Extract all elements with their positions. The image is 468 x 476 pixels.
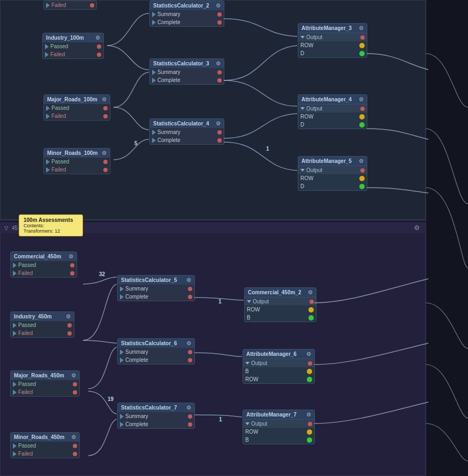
tooltip-contents: Contents: Transformers: 12 <box>24 223 78 234</box>
sc7-complete: Complete <box>125 421 148 427</box>
tooltip-line1: Contents: <box>24 223 44 228</box>
major-roads-passed: Passed <box>51 105 69 111</box>
attr-7-row-port <box>307 429 312 435</box>
industry-450m-label: Industry_450m <box>14 314 52 319</box>
attr-mgr-3-output: Output <box>306 34 322 40</box>
attr-3-expand <box>300 36 305 39</box>
failed-label-top: Failed <box>51 2 66 8</box>
major-roads-450m-gear[interactable]: ⚙ <box>71 373 76 378</box>
commercial-2-row-row: ROW <box>245 306 316 314</box>
commercial-2-b-port <box>308 315 314 321</box>
sc6-complete: Complete <box>125 357 148 363</box>
major-roads-450m-failed-row: Failed <box>11 388 79 396</box>
minor-roads-450m-failed-row: Failed <box>11 450 79 458</box>
minor-roads-450m-gear[interactable]: ⚙ <box>71 434 76 440</box>
sc5-complete-port <box>120 294 124 300</box>
sc3-summary-port <box>152 70 156 75</box>
major-roads-failed-port <box>46 114 50 119</box>
minor-roads-100m-node[interactable]: Minor_Roads_100m ⚙ Passed Failed <box>43 148 110 174</box>
industry-100m-gear[interactable]: ⚙ <box>95 35 100 41</box>
industry-450m-gear[interactable]: ⚙ <box>66 314 71 319</box>
attr-mgr-6-gear[interactable]: ⚙ <box>306 351 311 357</box>
attr-mgr-6-output-header: Output <box>243 359 314 367</box>
commercial-450m-label: Commercial_450m <box>14 254 61 259</box>
attr-mgr-5-d: D <box>300 183 304 189</box>
industry-passed: Passed <box>50 43 68 49</box>
attr-mgr-7-gear[interactable]: ⚙ <box>306 412 311 418</box>
edge-label-1-mid: 1 <box>217 298 223 305</box>
industry-100m-node[interactable]: Industry_100m ⚙ Passed Failed <box>42 33 104 59</box>
attr-mgr-6-node[interactable]: AttributeManager_6 ⚙ Output B ROW <box>243 349 315 384</box>
commercial-450m-gear[interactable]: ⚙ <box>69 254 73 259</box>
attr-3-row-port <box>359 43 365 48</box>
attr-mgr-4-gear[interactable]: ⚙ <box>359 96 364 102</box>
attr-mgr-4-d-row: D <box>298 121 367 129</box>
attr-mgr-4-node[interactable]: AttributeManager_4 ⚙ Output ROW D <box>298 94 367 129</box>
commercial-passed-row: Passed <box>11 261 77 269</box>
right-panel <box>426 0 468 476</box>
attr-mgr-3-gear[interactable]: ⚙ <box>359 25 364 31</box>
minor-roads-450m-passed: Passed <box>18 443 36 449</box>
commercial-450m-2-label: Commercial_450m_2 <box>248 289 301 295</box>
minor-roads-failed: Failed <box>51 167 66 173</box>
bottom-panel-settings-icon[interactable]: ⚙ <box>412 223 421 233</box>
stats-calc-2-header: StatisticsCalculator_2 ⚙ <box>150 1 224 10</box>
major-roads-100m-node[interactable]: Major_Roads_100m ⚙ Passed Failed <box>43 94 110 121</box>
edge-label-1-top: 1 <box>265 145 270 152</box>
stats-calc-3-node[interactable]: StatisticsCalculator_3 ⚙ Summary Complet… <box>149 58 224 85</box>
industry-450m-node[interactable]: Industry_450m ⚙ Passed Failed <box>10 311 74 338</box>
stats-calc-2-label: StatisticsCalculator_2 <box>153 3 209 9</box>
attr-mgr-3-output-header: Output <box>298 33 367 41</box>
attr-4-expand <box>300 107 305 110</box>
minor-roads-450m-node[interactable]: Minor_Roads_450m ⚙ Passed Failed <box>10 432 80 458</box>
attr-mgr-7-node[interactable]: AttributeManager_7 ⚙ Output ROW B <box>243 410 315 444</box>
stats-calc-5-complete-row: Complete <box>118 293 194 301</box>
major-roads-450m-failed: Failed <box>18 389 33 395</box>
sc3-summary: Summary <box>157 69 180 75</box>
attr-mgr-4-output-header: Output <box>298 105 367 113</box>
stats-calc-6-header: StatisticsCalculator_6 ⚙ <box>118 339 194 348</box>
attr-mgr-5-row-row: ROW <box>298 174 367 182</box>
sc6-summary-port <box>120 349 124 355</box>
stats-calc-6-gear[interactable]: ⚙ <box>186 340 191 346</box>
minor-roads-failed-port <box>46 167 50 173</box>
minor-roads-450m-label: Minor_Roads_450m <box>14 434 64 440</box>
summary-port <box>152 12 156 17</box>
stats-calc-4-header: StatisticsCalculator_4 ⚙ <box>150 119 224 128</box>
bottom-panel-collapse[interactable]: ▽ <box>4 225 9 231</box>
commercial-2-row-port <box>308 307 314 313</box>
workspace: Failed StatisticsCalculator_2 ⚙ Summary … <box>0 0 468 476</box>
commercial-450m-node[interactable]: Commercial_450m ⚙ Passed Failed <box>10 251 77 278</box>
commercial-2-b: B <box>247 315 251 321</box>
attr-mgr-5-gear[interactable]: ⚙ <box>359 158 364 164</box>
stats-calc-4-gear[interactable]: ⚙ <box>216 121 221 127</box>
minor-roads-100m-gear[interactable]: ⚙ <box>102 150 107 156</box>
edge-label-19: 19 <box>107 396 115 403</box>
stats-calc-5-gear[interactable]: ⚙ <box>186 277 191 283</box>
attr-mgr-3-node[interactable]: AttributeManager_3 ⚙ Output ROW D <box>298 23 367 58</box>
stats-calc-7-summary-row: Summary <box>118 412 194 420</box>
attr-mgr-6-header: AttributeManager_6 ⚙ <box>243 349 314 359</box>
stats-calc-7-gear[interactable]: ⚙ <box>186 405 191 411</box>
attr-mgr-5-node[interactable]: AttributeManager_5 ⚙ Output ROW D <box>298 156 367 191</box>
commercial-2-output: Output <box>253 299 269 304</box>
stats-calc-7-node[interactable]: StatisticsCalculator_7 ⚙ Summary Complet… <box>117 403 195 429</box>
major-roads-100m-gear[interactable]: ⚙ <box>102 96 107 102</box>
major-roads-450m-passed-port <box>13 382 17 387</box>
stats-calc-3-gear[interactable]: ⚙ <box>216 61 221 66</box>
stats-calc-2-gear[interactable]: ⚙ <box>216 3 221 9</box>
tooltip-100m: 100m Assessments Contents: Transformers:… <box>19 214 83 236</box>
commercial-2-expand <box>247 300 251 303</box>
stats-calc-5-node[interactable]: StatisticsCalculator_5 ⚙ Summary Complet… <box>117 275 195 301</box>
edge-label-5: 5 <box>133 140 139 147</box>
major-roads-450m-passed-row: Passed <box>11 380 79 388</box>
industry-passed-port <box>45 44 49 49</box>
stats-calc-4-node[interactable]: StatisticsCalculator_4 ⚙ Summary Complet… <box>149 118 224 145</box>
stats-calc-6-node[interactable]: StatisticsCalculator_6 ⚙ Summary Complet… <box>117 338 195 365</box>
attr-mgr-7-b-row: B <box>243 436 314 444</box>
industry-450m-passed-port <box>13 323 17 328</box>
commercial-450m-2-node[interactable]: Commercial_450m_2 ⚙ Output ROW B <box>244 287 316 322</box>
commercial-450m-2-gear[interactable]: ⚙ <box>308 289 313 295</box>
major-roads-450m-node[interactable]: Major_Roads_450m ⚙ Passed Failed <box>10 370 80 397</box>
stats-calc-2-node[interactable]: StatisticsCalculator_2 ⚙ Summary Complet… <box>149 1 224 27</box>
